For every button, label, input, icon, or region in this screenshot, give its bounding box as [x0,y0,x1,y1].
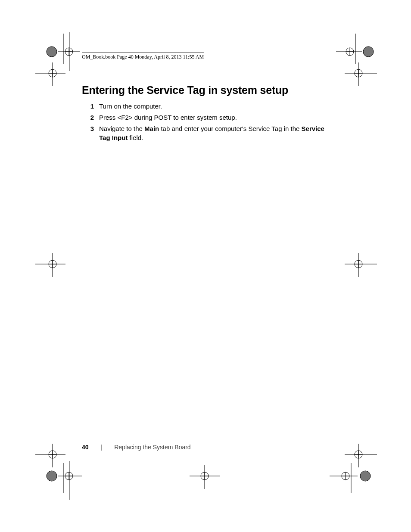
page-footer: 40 | Replacing the System Board [82,444,191,451]
svg-point-3 [65,48,73,56]
crop-mark-icon [340,444,379,470]
step-item: 3 Navigate to the Main tab and enter you… [82,124,332,143]
svg-point-24 [49,260,56,268]
svg-point-19 [355,69,362,77]
crop-mark-icon [327,463,379,498]
crop-mark-icon [340,62,379,88]
svg-point-58 [360,471,371,481]
step-text: Turn on the computer. [99,102,332,111]
step-item: 2 Press <F2> during POST to enter system… [82,113,332,122]
page-content: Entering the Service Tag in system setup… [82,84,332,144]
step-text: Navigate to the Main tab and enter your … [99,124,332,143]
svg-point-16 [363,47,374,57]
running-header-text: OM_Book.book Page 40 Monday, April 8, 20… [82,54,204,60]
crop-mark-icon [35,253,74,279]
step-number: 3 [82,124,99,143]
svg-point-29 [355,260,362,268]
svg-point-55 [342,472,349,480]
step-item: 1 Turn on the computer. [82,102,332,111]
step-list: 1 Turn on the computer. 2 Press <F2> dur… [82,102,332,143]
section-heading: Entering the Service Tag in system setup [82,84,332,96]
crop-mark-icon [41,34,80,72]
svg-point-45 [201,472,209,480]
svg-point-34 [49,451,56,458]
svg-point-40 [65,472,73,480]
step-number: 1 [82,102,99,111]
crop-mark-icon [35,444,74,470]
crop-mark-icon [340,253,379,279]
svg-point-50 [355,451,362,458]
svg-point-8 [49,69,56,77]
step-text: Press <F2> during POST to enter system s… [99,113,332,122]
crop-mark-icon [41,463,84,498]
page-number: 40 [82,444,89,451]
crop-mark-icon [332,34,379,72]
crop-mark-icon [35,62,74,88]
svg-point-0 [47,47,57,57]
running-header: OM_Book.book Page 40 Monday, April 8, 20… [82,53,204,60]
footer-separator: | [101,444,103,451]
step-number: 2 [82,113,99,122]
svg-point-13 [346,48,354,56]
chapter-title: Replacing the System Board [114,444,190,451]
crop-line-icon [69,32,71,71]
svg-point-37 [47,471,57,481]
crop-line-icon [69,461,71,500]
crop-mark-icon [190,465,220,491]
